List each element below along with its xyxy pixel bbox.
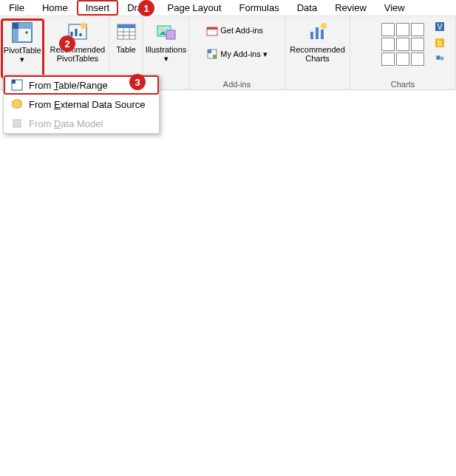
people-icon[interactable] bbox=[434, 53, 446, 65]
svg-rect-16 bbox=[207, 27, 217, 30]
callout-step-1: 1 bbox=[138, 0, 154, 16]
store-icon bbox=[206, 24, 218, 36]
illus-label: Illustrations▾ bbox=[146, 45, 187, 63]
my-addins-button[interactable]: My Add-ins ▾ bbox=[203, 47, 270, 61]
svg-point-13 bbox=[160, 28, 163, 31]
svg-rect-18 bbox=[208, 50, 211, 53]
svg-point-24 bbox=[436, 55, 440, 60]
tab-home[interactable]: Home bbox=[33, 0, 77, 16]
svg-rect-1 bbox=[13, 23, 18, 29]
pivot-table-dropdown: From Table/Range From External Data Sour… bbox=[3, 75, 160, 90]
svg-rect-31 bbox=[12, 80, 16, 84]
svg-text:V: V bbox=[438, 23, 443, 31]
callout-step-3: 3 bbox=[129, 74, 146, 90]
recommended-pivottables-button[interactable]: Recommended PivotTables bbox=[47, 18, 109, 78]
svg-rect-26 bbox=[310, 32, 313, 39]
ribbon-tabs: File Home Insert Draw Page Layout Formul… bbox=[0, 0, 456, 16]
pivot-table-label: PivotTable▾ bbox=[4, 46, 41, 64]
visio-icon[interactable]: V bbox=[434, 21, 446, 33]
svg-point-29 bbox=[321, 23, 327, 29]
svg-rect-3 bbox=[13, 29, 18, 42]
svg-rect-2 bbox=[18, 23, 32, 29]
tab-insert[interactable]: Insert bbox=[77, 0, 119, 16]
bing-icon[interactable]: b bbox=[434, 37, 446, 49]
svg-rect-14 bbox=[166, 30, 175, 39]
chart-type-grid[interactable] bbox=[381, 23, 424, 78]
svg-rect-28 bbox=[321, 30, 324, 39]
range-icon bbox=[11, 79, 23, 90]
callout-step-2: 2 bbox=[59, 35, 75, 52]
table-icon bbox=[115, 20, 138, 44]
svg-point-5 bbox=[81, 23, 86, 29]
tab-view[interactable]: View bbox=[375, 0, 414, 16]
tab-data[interactable]: Data bbox=[288, 0, 326, 16]
tab-formulas[interactable]: Formulas bbox=[231, 0, 288, 16]
addins-icon bbox=[206, 48, 218, 60]
illustrations-icon bbox=[154, 20, 178, 44]
pivot-table-button[interactable]: PivotTable▾ bbox=[1, 18, 44, 78]
tab-file[interactable]: File bbox=[0, 0, 33, 16]
tab-review[interactable]: Review bbox=[326, 0, 375, 16]
rec-charts-label: Recommended Charts bbox=[290, 45, 345, 63]
group-label-charts: Charts bbox=[391, 78, 415, 89]
svg-rect-19 bbox=[213, 55, 217, 58]
table-label: Table bbox=[116, 45, 135, 54]
tab-page-layout[interactable]: Page Layout bbox=[159, 0, 231, 16]
chart-icon bbox=[306, 20, 330, 44]
svg-text:b: b bbox=[438, 39, 442, 47]
group-label-addins: Add-ins bbox=[223, 78, 251, 89]
svg-rect-7 bbox=[118, 24, 135, 28]
svg-point-25 bbox=[440, 57, 444, 61]
pivot-table-icon bbox=[10, 21, 34, 44]
svg-rect-27 bbox=[316, 27, 319, 39]
recommended-charts-button[interactable]: Recommended Charts bbox=[287, 18, 348, 87]
get-addins-button[interactable]: Get Add-ins bbox=[203, 23, 265, 38]
rec-pivot-label: Recommended PivotTables bbox=[50, 45, 106, 63]
